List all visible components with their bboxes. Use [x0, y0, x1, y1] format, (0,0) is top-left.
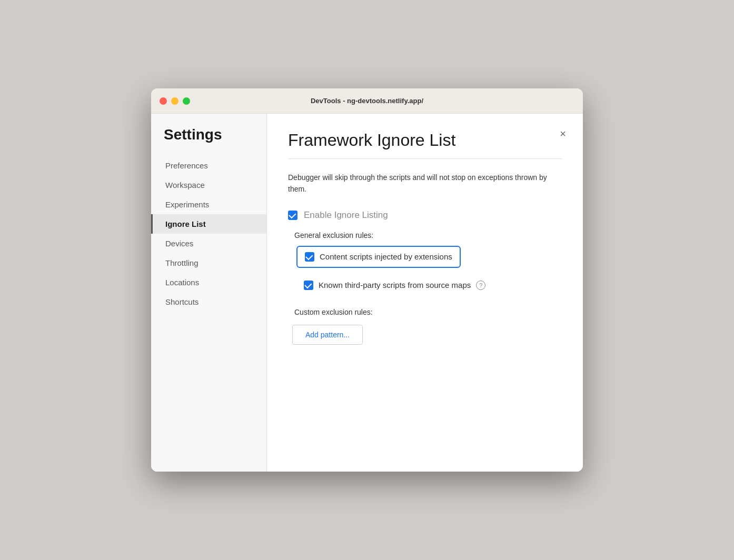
- titlebar-title: DevTools - ng-devtools.netlify.app/: [311, 97, 423, 105]
- window-controls: [160, 97, 190, 105]
- sidebar-item-devices[interactable]: Devices: [151, 234, 266, 253]
- close-dialog-button[interactable]: ×: [556, 126, 570, 141]
- custom-exclusion-label: Custom exclusion rules:: [294, 308, 562, 316]
- third-party-scripts-label: Known third-party scripts from source ma…: [319, 281, 471, 289]
- minimize-window-button[interactable]: [171, 97, 178, 105]
- titlebar: DevTools - ng-devtools.netlify.app/: [151, 88, 583, 114]
- divider: [288, 158, 562, 159]
- rules-container: General exclusion rules: Content scripts…: [292, 231, 562, 345]
- content-area: Settings Preferences Workspace Experimen…: [151, 114, 583, 472]
- sidebar-item-shortcuts[interactable]: Shortcuts: [151, 292, 266, 312]
- content-scripts-label: Content scripts injected by extensions: [320, 252, 452, 261]
- rule-content-scripts: Content scripts injected by extensions: [296, 246, 461, 268]
- close-window-button[interactable]: [160, 97, 167, 105]
- devtools-window: DevTools - ng-devtools.netlify.app/ Sett…: [151, 88, 583, 472]
- third-party-scripts-checkbox[interactable]: [304, 281, 313, 290]
- sidebar-item-ignore-list[interactable]: Ignore List: [151, 214, 266, 234]
- page-title: Framework Ignore List: [288, 131, 562, 150]
- enable-ignore-listing-row: Enable Ignore Listing: [288, 210, 562, 221]
- sidebar-item-locations[interactable]: Locations: [151, 273, 266, 292]
- add-pattern-button[interactable]: Add pattern...: [292, 325, 363, 345]
- exclusion-rules: Content scripts injected by extensions K…: [296, 246, 562, 295]
- sidebar-heading: Settings: [151, 126, 266, 156]
- sidebar-item-workspace[interactable]: Workspace: [151, 175, 266, 195]
- main-content: × Framework Ignore List Debugger will sk…: [267, 114, 583, 472]
- help-icon[interactable]: ?: [476, 281, 485, 290]
- maximize-window-button[interactable]: [183, 97, 190, 105]
- description: Debugger will skip through the scripts a…: [288, 172, 562, 195]
- enable-ignore-listing-checkbox[interactable]: [288, 211, 297, 220]
- sidebar-item-throttling[interactable]: Throttling: [151, 253, 266, 273]
- enable-ignore-listing-label: Enable Ignore Listing: [304, 210, 388, 221]
- content-scripts-checkbox[interactable]: [305, 252, 314, 262]
- sidebar-item-preferences[interactable]: Preferences: [151, 156, 266, 175]
- custom-exclusion-section: Custom exclusion rules: Add pattern...: [292, 308, 562, 345]
- rule-third-party-scripts: Known third-party scripts from source ma…: [296, 275, 562, 295]
- general-exclusion-label: General exclusion rules:: [294, 231, 562, 239]
- sidebar-item-experiments[interactable]: Experiments: [151, 195, 266, 214]
- sidebar: Settings Preferences Workspace Experimen…: [151, 114, 267, 472]
